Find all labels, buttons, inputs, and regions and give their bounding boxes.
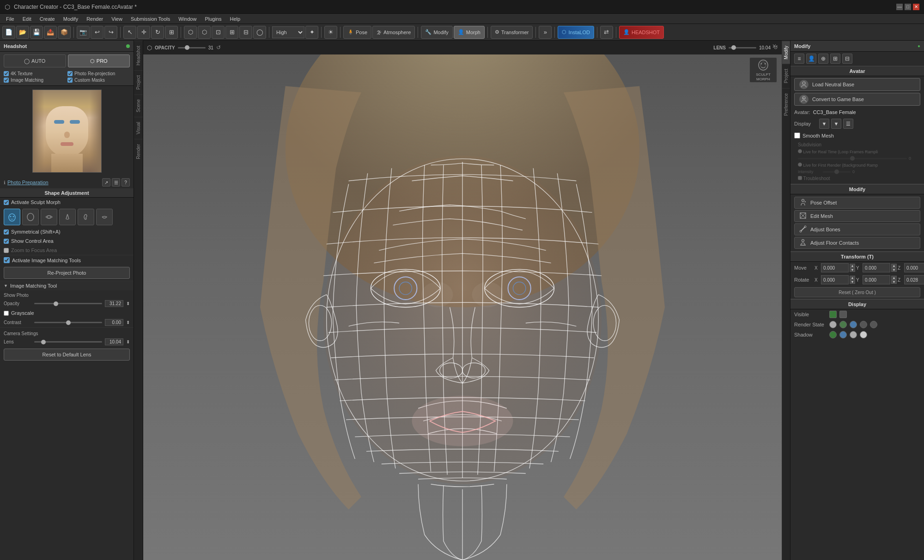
rotate-x-down[interactable]: ▼ — [850, 280, 855, 284]
modify-icon-grid[interactable]: ⊟ — [842, 54, 852, 64]
select-button[interactable]: ↖ — [123, 26, 136, 39]
reset-lens-button[interactable]: Reset to Default Lens — [4, 349, 130, 361]
far-right-tab-project[interactable]: Project — [782, 64, 790, 88]
side-tab-render[interactable]: Render — [134, 139, 143, 164]
side-tab-headshot[interactable]: Headshot — [134, 41, 143, 70]
modify-icon-mesh[interactable]: ⊞ — [830, 54, 840, 64]
morph-nose-btn[interactable] — [59, 209, 76, 225]
checkbox-activate-image-matching[interactable] — [4, 257, 10, 263]
morph-mouth-btn[interactable] — [96, 209, 113, 225]
render-state-btn-1[interactable] — [829, 321, 837, 328]
help-icon-btn[interactable]: ? — [122, 178, 130, 187]
save-button[interactable]: 💾 — [30, 26, 43, 39]
shadow-btn-4[interactable] — [860, 331, 867, 338]
fx-button[interactable]: ☀ — [324, 26, 337, 39]
camera-button[interactable]: 📷 — [77, 26, 90, 39]
headshot-toolbar-button[interactable]: 👤 HEADSHOT — [619, 26, 664, 39]
move-y-input[interactable] — [863, 263, 890, 272]
shadow-btn-2[interactable] — [839, 331, 847, 338]
view6-button[interactable]: ◯ — [253, 26, 266, 39]
visible-btn-2[interactable] — [839, 311, 847, 318]
display-btn-2[interactable]: ▼ — [831, 119, 841, 129]
modify-icon-morph[interactable]: 👤 — [806, 54, 816, 64]
render-state-btn-4[interactable] — [860, 321, 867, 328]
tab-pro[interactable]: ⬡ PRO — [68, 54, 130, 67]
undo-button[interactable]: ↩ — [91, 26, 103, 39]
settings-icon-btn[interactable]: ☰ — [112, 178, 120, 187]
instalod-button[interactable]: ⬡ InstaLOD — [558, 26, 594, 39]
opacity-stepper[interactable]: ⬍ — [126, 301, 130, 306]
checkbox-grayscale[interactable] — [4, 311, 9, 316]
viewport-close-button[interactable]: ✕ — [771, 42, 778, 50]
side-tab-project[interactable]: Project — [134, 70, 143, 94]
menu-render[interactable]: Render — [83, 15, 107, 23]
render-state-btn-3[interactable] — [850, 321, 857, 328]
side-tab-scene[interactable]: Scene — [134, 94, 143, 117]
load-neutral-base-button[interactable]: Load Neutral Base — [794, 78, 920, 91]
shadow-btn-1[interactable] — [829, 331, 837, 338]
viewport-opacity-slider[interactable] — [178, 47, 206, 48]
morph-head-btn[interactable] — [22, 209, 39, 225]
checkbox-custom-masks[interactable] — [67, 78, 73, 83]
menu-view[interactable]: View — [108, 15, 126, 23]
title-bar-controls[interactable]: — □ ✕ — [896, 4, 919, 10]
opacity-refresh-btn[interactable]: ↺ — [216, 44, 221, 51]
checkbox-4k-texture[interactable] — [4, 71, 9, 76]
far-right-tab-modify[interactable]: Modify — [782, 41, 790, 64]
contrast-slider[interactable] — [34, 322, 102, 323]
reset-zero-out-button[interactable]: Reset ( Zero Out ) — [794, 287, 920, 297]
adjust-bones-button[interactable]: Adjust Bones — [794, 223, 920, 235]
rotate-y-up[interactable]: ▲ — [891, 276, 897, 280]
atmosphere-button[interactable]: 🌫 Atmosphere — [372, 26, 415, 39]
render-state-btn-5[interactable] — [870, 321, 877, 328]
checkbox-zoom-focus[interactable] — [4, 248, 9, 253]
display-btn-3[interactable]: ☰ — [843, 119, 853, 129]
rotate-x-input[interactable] — [821, 275, 849, 284]
menu-plugins[interactable]: Plugins — [201, 15, 225, 23]
menu-modify[interactable]: Modify — [60, 15, 82, 23]
new-button[interactable]: 📄 — [2, 26, 15, 39]
reproject-photo-button[interactable]: Re-Project Photo — [4, 267, 130, 279]
maximize-button[interactable]: □ — [905, 4, 911, 10]
checkbox-symmetrical[interactable] — [4, 229, 9, 235]
view4-button[interactable]: ⊞ — [225, 26, 238, 39]
move-x-up[interactable]: ▲ — [850, 264, 855, 268]
menu-submission-tools[interactable]: Submission Tools — [127, 15, 174, 23]
rotate-y-input[interactable] — [863, 275, 890, 284]
edit-mesh-button[interactable]: Edit Mesh — [794, 210, 920, 222]
far-right-tab-preference[interactable]: Preference — [782, 88, 790, 120]
move-x-input[interactable] — [821, 263, 849, 272]
morph-face-btn[interactable] — [4, 209, 20, 225]
rotate-z-input[interactable] — [904, 275, 924, 284]
shadow-btn-3[interactable] — [850, 331, 857, 338]
view5-button[interactable]: ⊟ — [239, 26, 252, 39]
contrast-stepper[interactable]: ⬍ — [126, 320, 130, 325]
menu-file[interactable]: File — [2, 15, 18, 23]
redo-button[interactable]: ↪ — [104, 26, 117, 39]
move-y-down[interactable]: ▼ — [891, 268, 897, 272]
minimize-button[interactable]: — — [896, 4, 903, 10]
convert-to-game-base-button[interactable]: Convert to Game Base — [794, 93, 920, 106]
sculpt-morph-button[interactable]: SCULPTMORPH — [749, 57, 777, 83]
arrow-button[interactable]: » — [539, 26, 552, 39]
opacity-slider[interactable] — [34, 303, 102, 304]
move-y-up[interactable]: ▲ — [891, 264, 897, 268]
modify-icon-layers[interactable]: ≡ — [794, 54, 804, 64]
quality-star-button[interactable]: ✦ — [305, 26, 318, 39]
export2-button[interactable]: 📦 — [58, 26, 71, 39]
lens-slider[interactable] — [34, 341, 102, 343]
export-icon-btn[interactable]: ↗ — [102, 178, 110, 187]
menu-edit[interactable]: Edit — [19, 15, 35, 23]
pose-offset-button[interactable]: Pose Offset — [794, 197, 920, 209]
move-x-down[interactable]: ▼ — [850, 268, 855, 272]
rotate-x-up[interactable]: ▲ — [850, 276, 855, 280]
quality-dropdown[interactable]: High Low Medium Ultra — [272, 26, 304, 38]
adjust-floor-contacts-button[interactable]: Adjust Floor Contacts — [794, 237, 920, 249]
visible-btn-1[interactable] — [829, 311, 837, 318]
checkbox-photo-reprojection[interactable] — [67, 71, 73, 76]
menu-help[interactable]: Help — [226, 15, 244, 23]
menu-window[interactable]: Window — [175, 15, 200, 23]
move-button[interactable]: ✛ — [137, 26, 150, 39]
view3-button[interactable]: ⊡ — [212, 26, 225, 39]
render-state-btn-2[interactable] — [839, 321, 847, 328]
